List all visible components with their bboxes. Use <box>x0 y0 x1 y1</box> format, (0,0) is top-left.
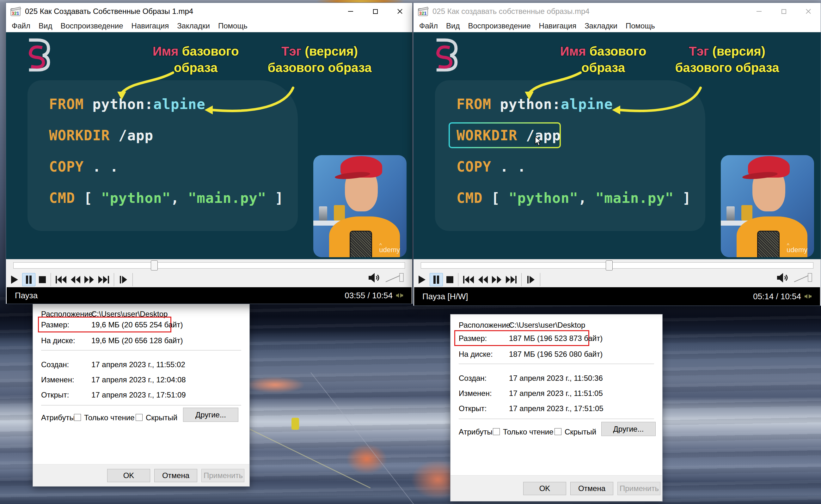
minimize-icon <box>757 11 762 12</box>
minimize-button[interactable] <box>338 3 363 20</box>
menu-item[interactable]: Воспроизведение <box>60 21 123 30</box>
ok-button[interactable]: OK <box>107 469 150 482</box>
size-value: 19,6 МБ (20 655 254 байт) <box>91 320 183 329</box>
skip-start-button[interactable] <box>56 276 67 284</box>
fast-forward-button[interactable] <box>492 276 502 284</box>
seek-bar[interactable] <box>13 262 405 269</box>
size-label: Размер: <box>41 320 69 329</box>
menu-item[interactable]: Навигация <box>131 21 169 30</box>
code-line: WORKDIR /app <box>49 127 153 143</box>
window-title: 025 Как Создавать Собственные Образы 1.m… <box>25 7 193 16</box>
stop-button[interactable] <box>447 276 453 283</box>
menu-item[interactable]: Воспроизведение <box>468 21 531 30</box>
rewind-button[interactable] <box>70 276 81 284</box>
menu-item[interactable]: Закладки <box>585 21 617 30</box>
readonly-checkbox-label: Только чтение <box>84 413 134 422</box>
pause-button[interactable] <box>430 273 443 286</box>
opened-label: Открыт: <box>41 391 69 399</box>
play-button[interactable] <box>417 275 426 284</box>
maximize-icon <box>373 9 378 14</box>
separator <box>41 350 241 350</box>
close-button[interactable] <box>796 3 821 20</box>
audio-indicator-icon <box>396 292 403 299</box>
udemy-watermark: udemy <box>787 246 807 254</box>
menu-item[interactable]: Вид <box>39 21 52 30</box>
close-icon <box>806 9 811 14</box>
playback-state: Пауза [H/W] <box>423 292 468 301</box>
player-toolbar <box>6 259 412 287</box>
menu-item[interactable]: Файл <box>419 21 438 30</box>
audio-indicator-icon <box>804 293 812 300</box>
volume-slider[interactable] <box>794 272 812 283</box>
created-value: 17 апреля 2023 г., 11:55:02 <box>91 360 185 369</box>
volume-slider[interactable] <box>385 272 404 283</box>
rewind-button[interactable] <box>478 276 488 284</box>
cup <box>727 206 735 221</box>
titlebar[interactable]: 321 025 Как Создавать Собственные Образы… <box>6 3 412 20</box>
speaker-icon[interactable] <box>776 272 790 283</box>
code-line: CMD [ "python", "main.py" ] <box>457 190 691 206</box>
opened-value: 17 апреля 2023 г., 17:51:05 <box>509 404 604 413</box>
player-window-right: 321 025 Как создавать собственные образы… <box>413 3 821 306</box>
modified-label: Изменен: <box>41 375 74 384</box>
on-disk-value: 187 МБ (196 526 080 байт) <box>509 350 603 359</box>
other-attributes-button[interactable]: Другие... <box>183 408 238 422</box>
status-bar: Пауза [H/W] 05:14 / 10:54 <box>414 287 820 306</box>
microphone <box>757 231 780 257</box>
seek-bar[interactable] <box>421 262 813 269</box>
play-button[interactable] <box>10 275 19 284</box>
titlebar[interactable]: 321 025 Как создавать собственные образы… <box>414 3 821 20</box>
attributes-label: Атрибуты: <box>41 413 77 422</box>
readonly-checkbox[interactable] <box>74 414 81 421</box>
menu-item[interactable]: Закладки <box>177 21 210 30</box>
location-value: C:\Users\user\Desktop <box>509 321 585 330</box>
opened-label: Открыт: <box>459 404 487 413</box>
created-label: Создан: <box>41 360 69 369</box>
file-properties-dialog-left: Расположение:C:\Users\user\Desktop Разме… <box>33 302 250 487</box>
menu-item[interactable]: Навигация <box>539 21 577 30</box>
skip-start-button[interactable] <box>463 276 475 284</box>
created-label: Создан: <box>459 374 487 383</box>
menu-item[interactable]: Вид <box>446 21 460 30</box>
mouse-cursor <box>534 137 544 148</box>
cancel-button[interactable]: Отмена <box>570 482 613 495</box>
size-label: Размер: <box>459 334 487 343</box>
hidden-checkbox[interactable] <box>555 428 562 435</box>
frame-step-button[interactable] <box>526 276 535 284</box>
separator <box>51 273 51 286</box>
skip-end-button[interactable] <box>98 276 109 284</box>
readonly-checkbox[interactable] <box>493 428 500 435</box>
stop-button[interactable] <box>39 276 46 283</box>
code-line: COPY . . <box>49 159 119 175</box>
hidden-checkbox-label: Скрытый <box>565 428 596 436</box>
other-attributes-button[interactable]: Другие... <box>601 422 656 436</box>
fast-forward-button[interactable] <box>84 276 94 284</box>
frame-step-button[interactable] <box>119 276 128 284</box>
separator <box>521 273 522 286</box>
maximize-button[interactable] <box>771 3 796 20</box>
cancel-button[interactable]: Отмена <box>154 469 197 482</box>
speaker-icon[interactable] <box>368 272 381 283</box>
pause-button[interactable] <box>22 273 35 286</box>
minimize-button[interactable] <box>747 3 771 20</box>
separator <box>132 273 133 286</box>
hidden-checkbox[interactable] <box>136 414 143 421</box>
menu-item[interactable]: Помощь <box>626 21 655 30</box>
dialog-footer: OK Отмена Применить <box>451 475 662 501</box>
apply-button[interactable]: Применить <box>617 482 660 495</box>
skip-end-button[interactable] <box>505 276 517 284</box>
seek-thumb[interactable] <box>151 260 158 270</box>
close-button[interactable] <box>387 3 412 20</box>
seek-thumb[interactable] <box>606 260 613 270</box>
menu-item[interactable]: Файл <box>12 21 30 30</box>
video-area[interactable]: FROM python:alpineWORKDIR /appCOPY . .CM… <box>6 32 412 259</box>
video-area[interactable]: FROM python:alpineWORKDIR /appCOPY . .CM… <box>414 32 821 259</box>
menu-item[interactable]: Помощь <box>218 21 247 30</box>
hidden-checkbox-label: Скрытый <box>146 413 177 422</box>
player-toolbar <box>414 259 821 287</box>
on-disk-value: 19,6 МБ (20 656 128 байт) <box>91 336 183 345</box>
annotation-base-image-tag: Тэг (версия) базового образа <box>651 43 803 76</box>
apply-button[interactable]: Применить <box>201 469 244 482</box>
maximize-button[interactable] <box>363 3 387 20</box>
ok-button[interactable]: OK <box>523 482 566 495</box>
